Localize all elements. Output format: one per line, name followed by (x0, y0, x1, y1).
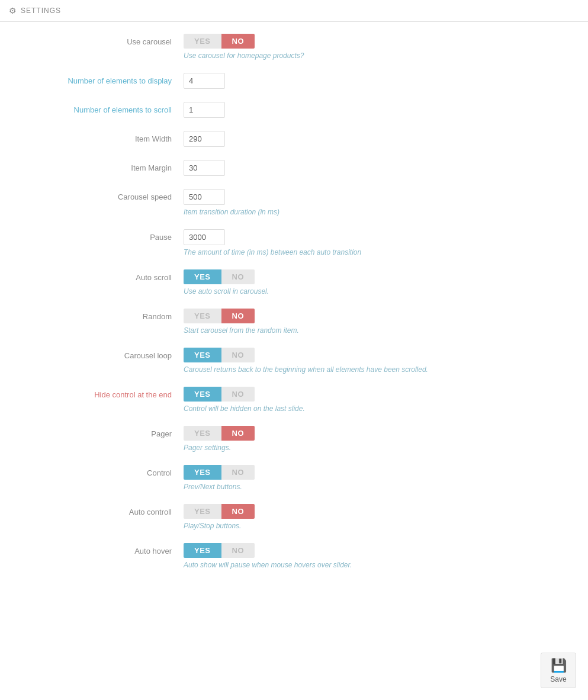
form-row-num-elements-display: Number of elements to display (0, 73, 588, 89)
label-carousel-loop: Carousel loop (12, 348, 184, 360)
control-area-pager: YESNOPager settings. (184, 426, 576, 452)
toggle-group-auto-controll: YESNO (184, 504, 576, 519)
toggle-no-use-carousel[interactable]: NO (221, 34, 255, 49)
control-area-control: YESNOPrev/Next buttons. (184, 465, 576, 491)
page-title: SETTINGS (21, 7, 61, 15)
form-row-random: RandomYESNOStart carousel from the rando… (0, 309, 588, 335)
label-auto-scroll: Auto scroll (12, 269, 184, 282)
control-area-num-elements-scroll (184, 102, 576, 118)
input-item-width[interactable] (184, 131, 225, 147)
toggle-yes-use-carousel[interactable]: YES (184, 34, 221, 49)
toggle-group-random: YESNO (184, 309, 576, 323)
toggle-group-use-carousel: YESNO (184, 34, 576, 49)
toggle-yes-control[interactable]: YES (184, 465, 221, 480)
form-row-auto-scroll: Auto scrollYESNOUse auto scroll in carou… (0, 269, 588, 296)
hint-carousel-speed: Item transition duration (in ms) (184, 208, 576, 216)
control-area-auto-scroll: YESNOUse auto scroll in carousel. (184, 269, 576, 296)
toggle-group-auto-hover: YESNO (184, 543, 576, 558)
input-num-elements-scroll[interactable] (184, 102, 225, 118)
label-pause: Pause (12, 229, 184, 242)
control-area-carousel-speed: Item transition duration (in ms) (184, 189, 576, 216)
hint-auto-scroll: Use auto scroll in carousel. (184, 287, 576, 296)
toggle-yes-carousel-loop[interactable]: YES (184, 348, 221, 362)
form-row-pause: PauseThe amount of time (in ms) between … (0, 229, 588, 256)
input-num-elements-display[interactable] (184, 73, 225, 89)
form-row-use-carousel: Use carouselYESNOUse carousel for homepa… (0, 34, 588, 60)
toggle-no-auto-scroll[interactable]: NO (221, 269, 255, 284)
toggle-yes-auto-controll[interactable]: YES (184, 504, 221, 519)
form-row-item-margin: Item Margin (0, 160, 588, 176)
input-item-margin[interactable] (184, 160, 225, 176)
toggle-yes-auto-hover[interactable]: YES (184, 543, 221, 558)
form-row-hide-control: Hide control at the endYESNOControl will… (0, 387, 588, 413)
control-area-auto-hover: YESNOAuto show will pause when mouse hov… (184, 543, 576, 569)
form-row-control: ControlYESNOPrev/Next buttons. (0, 465, 588, 491)
input-carousel-speed[interactable] (184, 189, 225, 205)
hint-hide-control: Control will be hidden on the last slide… (184, 404, 576, 413)
hint-random: Start carousel from the random item. (184, 326, 576, 335)
hint-auto-hover: Auto show will pause when mouse hovers o… (184, 561, 576, 569)
form-row-auto-controll: Auto controllYESNOPlay/Stop buttons. (0, 504, 588, 530)
label-pager: Pager (12, 426, 184, 438)
control-area-hide-control: YESNOControl will be hidden on the last … (184, 387, 576, 413)
toggle-yes-hide-control[interactable]: YES (184, 387, 221, 402)
gear-icon: ⚙ (9, 6, 17, 15)
control-area-auto-controll: YESNOPlay/Stop buttons. (184, 504, 576, 530)
label-item-margin: Item Margin (12, 160, 184, 172)
control-area-num-elements-display (184, 73, 576, 89)
toggle-no-random[interactable]: NO (221, 309, 255, 323)
toggle-no-auto-controll[interactable]: NO (221, 504, 255, 519)
hint-carousel-loop: Carousel returns back to the beginning w… (184, 365, 576, 374)
input-pause[interactable] (184, 229, 225, 245)
page-header: ⚙ SETTINGS (0, 0, 588, 22)
label-control: Control (12, 465, 184, 477)
label-carousel-speed: Carousel speed (12, 189, 184, 201)
toggle-yes-pager[interactable]: YES (184, 426, 221, 441)
control-area-pause: The amount of time (in ms) between each … (184, 229, 576, 256)
toggle-no-carousel-loop[interactable]: NO (221, 348, 255, 362)
form-row-item-width: Item Width (0, 131, 588, 147)
settings-content: Use carouselYESNOUse carousel for homepa… (0, 22, 588, 594)
toggle-no-hide-control[interactable]: NO (221, 387, 255, 402)
hint-pause: The amount of time (in ms) between each … (184, 248, 576, 256)
toggle-no-pager[interactable]: NO (221, 426, 255, 441)
form-row-carousel-speed: Carousel speedItem transition duration (… (0, 189, 588, 216)
label-use-carousel: Use carousel (12, 34, 184, 46)
label-auto-hover: Auto hover (12, 543, 184, 555)
hint-pager: Pager settings. (184, 444, 576, 452)
toggle-no-auto-hover[interactable]: NO (221, 543, 255, 558)
hint-use-carousel: Use carousel for homepage products? (184, 52, 576, 60)
toggle-yes-random[interactable]: YES (184, 309, 221, 323)
toggle-group-hide-control: YESNO (184, 387, 576, 402)
toggle-group-carousel-loop: YESNO (184, 348, 576, 362)
form-row-carousel-loop: Carousel loopYESNOCarousel returns back … (0, 348, 588, 374)
control-area-item-margin (184, 160, 576, 176)
label-item-width: Item Width (12, 131, 184, 143)
toggle-yes-auto-scroll[interactable]: YES (184, 269, 221, 284)
control-area-item-width (184, 131, 576, 147)
control-area-use-carousel: YESNOUse carousel for homepage products? (184, 34, 576, 60)
hint-control: Prev/Next buttons. (184, 483, 576, 491)
hint-auto-controll: Play/Stop buttons. (184, 522, 576, 530)
label-random: Random (12, 309, 184, 321)
form-row-pager: PagerYESNOPager settings. (0, 426, 588, 452)
form-row-auto-hover: Auto hoverYESNOAuto show will pause when… (0, 543, 588, 569)
label-num-elements-display: Number of elements to display (12, 73, 184, 85)
toggle-group-pager: YESNO (184, 426, 576, 441)
label-auto-controll: Auto controll (12, 504, 184, 516)
toggle-no-control[interactable]: NO (221, 465, 255, 480)
label-hide-control: Hide control at the end (12, 387, 184, 399)
toggle-group-auto-scroll: YESNO (184, 269, 576, 284)
toggle-group-control: YESNO (184, 465, 576, 480)
form-row-num-elements-scroll: Number of elements to scroll (0, 102, 588, 118)
control-area-random: YESNOStart carousel from the random item… (184, 309, 576, 335)
label-num-elements-scroll: Number of elements to scroll (12, 102, 184, 114)
control-area-carousel-loop: YESNOCarousel returns back to the beginn… (184, 348, 576, 374)
